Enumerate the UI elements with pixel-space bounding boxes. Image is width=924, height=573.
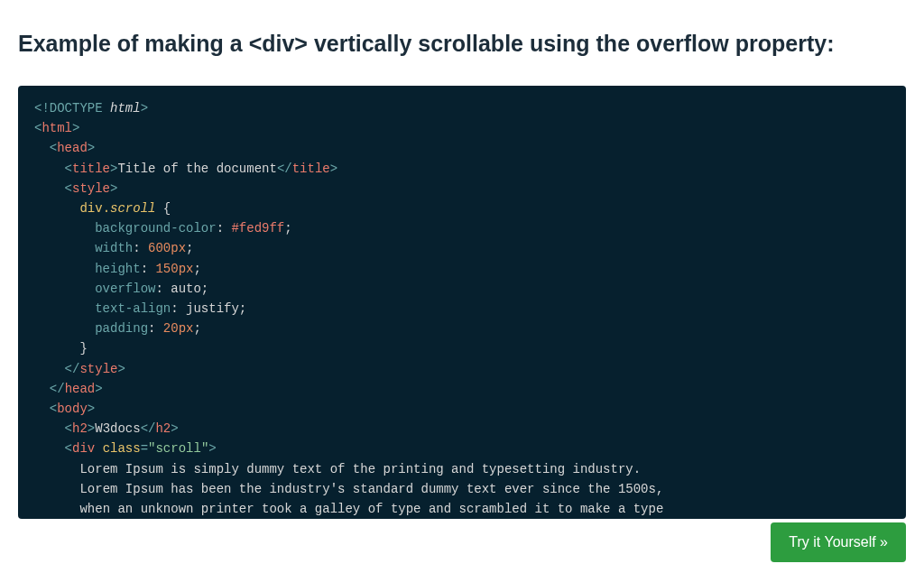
- code-content: <!DOCTYPE html> <html> <head> <title>Tit…: [34, 98, 890, 519]
- code-block[interactable]: <!DOCTYPE html> <html> <head> <title>Tit…: [18, 86, 906, 519]
- page-title: Example of making a <div> vertically scr…: [0, 0, 924, 75]
- try-it-yourself-button[interactable]: Try it Yourself »: [771, 522, 906, 562]
